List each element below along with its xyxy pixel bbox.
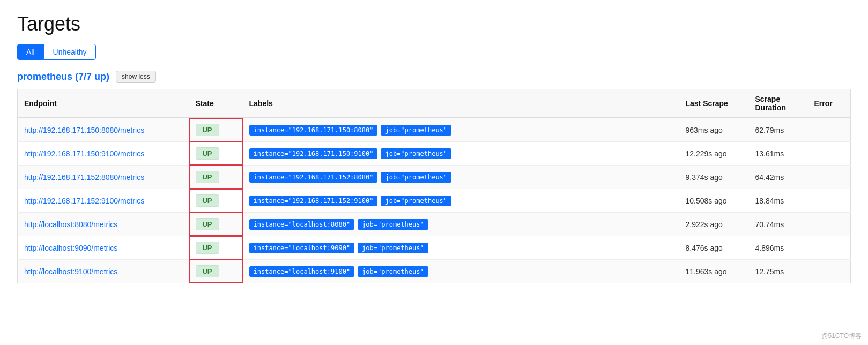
table-row: http://192.168.171.152:9100/metricsUPins…: [18, 189, 851, 213]
cell-state: UP: [189, 213, 243, 236]
endpoint-link[interactable]: http://192.168.171.152:9100/metrics: [24, 197, 144, 205]
show-less-button[interactable]: show less: [116, 71, 156, 82]
label-badge: job="prometheus": [381, 125, 451, 136]
endpoint-link[interactable]: http://localhost:8080/metrics: [24, 220, 117, 229]
state-badge: UP: [196, 147, 219, 160]
state-badge: UP: [196, 194, 219, 207]
cell-scrape-duration: 62.79ms: [749, 118, 808, 142]
state-badge: UP: [196, 265, 219, 278]
cell-last-scrape: 9.374s ago: [679, 166, 749, 189]
label-badge: job="prometheus": [358, 219, 428, 230]
cell-error: [808, 118, 851, 142]
endpoint-link[interactable]: http://192.168.171.150:9100/metrics: [24, 149, 144, 158]
label-badge: instance="192.168.171.152:8080": [249, 172, 378, 183]
label-badge: instance="localhost:9100": [249, 266, 355, 277]
label-badge: instance="192.168.171.150:8080": [249, 125, 378, 136]
table-row: http://192.168.171.150:9100/metricsUPins…: [18, 142, 851, 166]
col-header-labels: Labels: [243, 89, 679, 118]
targets-table: Endpoint State Labels Last Scrape Scrape…: [17, 89, 851, 283]
cell-error: [808, 236, 851, 260]
tab-all[interactable]: All: [17, 44, 44, 60]
cell-last-scrape: 2.922s ago: [679, 213, 749, 236]
cell-error: [808, 260, 851, 283]
cell-last-scrape: 963ms ago: [679, 118, 749, 142]
page-title: Targets: [17, 13, 851, 35]
cell-last-scrape: 8.476s ago: [679, 236, 749, 260]
cell-scrape-duration: 13.61ms: [749, 142, 808, 166]
cell-state: UP: [189, 142, 243, 166]
cell-error: [808, 189, 851, 213]
cell-state: UP: [189, 189, 243, 213]
label-badge: instance="192.168.171.152:9100": [249, 196, 378, 206]
endpoint-link[interactable]: http://localhost:9100/metrics: [24, 267, 117, 276]
table-row: http://192.168.171.152:8080/metricsUPins…: [18, 166, 851, 189]
label-badge: job="prometheus": [381, 148, 451, 159]
table-row: http://localhost:8080/metricsUPinstance=…: [18, 213, 851, 236]
cell-endpoint: http://192.168.171.150:8080/metrics: [18, 118, 189, 142]
cell-labels: instance="192.168.171.150:9100"job="prom…: [243, 142, 679, 166]
table-row: http://localhost:9090/metricsUPinstance=…: [18, 236, 851, 260]
col-header-scrape-duration: Scrape Duration: [749, 89, 808, 118]
cell-error: [808, 213, 851, 236]
cell-last-scrape: 10.508s ago: [679, 189, 749, 213]
cell-endpoint: http://localhost:9100/metrics: [18, 260, 189, 283]
state-badge: UP: [196, 218, 219, 230]
cell-scrape-duration: 4.896ms: [749, 236, 808, 260]
cell-endpoint: http://localhost:8080/metrics: [18, 213, 189, 236]
cell-state: UP: [189, 236, 243, 260]
cell-error: [808, 166, 851, 189]
endpoint-link[interactable]: http://localhost:9090/metrics: [24, 244, 117, 252]
label-badge: instance="192.168.171.150:9100": [249, 148, 378, 159]
cell-state: UP: [189, 166, 243, 189]
label-badge: job="prometheus": [381, 196, 451, 206]
col-header-error: Error: [808, 89, 851, 118]
section-title: prometheus (7/7 up): [17, 71, 109, 82]
table-row: http://192.168.171.150:8080/metricsUPins…: [18, 118, 851, 142]
cell-endpoint: http://192.168.171.152:9100/metrics: [18, 189, 189, 213]
state-badge: UP: [196, 124, 219, 136]
col-header-endpoint: Endpoint: [18, 89, 189, 118]
endpoint-link[interactable]: http://192.168.171.150:8080/metrics: [24, 126, 144, 134]
label-badge: instance="localhost:9090": [249, 243, 355, 253]
label-badge: job="prometheus": [381, 172, 451, 183]
cell-labels: instance="localhost:9100"job="prometheus…: [243, 260, 679, 283]
cell-labels: instance="192.168.171.152:9100"job="prom…: [243, 189, 679, 213]
cell-endpoint: http://192.168.171.152:8080/metrics: [18, 166, 189, 189]
endpoint-link[interactable]: http://192.168.171.152:8080/metrics: [24, 173, 144, 182]
cell-endpoint: http://localhost:9090/metrics: [18, 236, 189, 260]
cell-scrape-duration: 18.84ms: [749, 189, 808, 213]
label-badge: job="prometheus": [358, 243, 428, 253]
col-header-state: State: [189, 89, 243, 118]
cell-labels: instance="localhost:8080"job="prometheus…: [243, 213, 679, 236]
cell-last-scrape: 12.229s ago: [679, 142, 749, 166]
table-header-row: Endpoint State Labels Last Scrape Scrape…: [18, 89, 851, 118]
cell-last-scrape: 11.963s ago: [679, 260, 749, 283]
cell-state: UP: [189, 118, 243, 142]
cell-scrape-duration: 70.74ms: [749, 213, 808, 236]
label-badge: job="prometheus": [358, 266, 428, 277]
cell-labels: instance="localhost:9090"job="prometheus…: [243, 236, 679, 260]
col-header-last-scrape: Last Scrape: [679, 89, 749, 118]
tab-bar: All Unhealthy: [17, 44, 851, 60]
cell-endpoint: http://192.168.171.150:9100/metrics: [18, 142, 189, 166]
cell-scrape-duration: 64.42ms: [749, 166, 808, 189]
table-row: http://localhost:9100/metricsUPinstance=…: [18, 260, 851, 283]
cell-scrape-duration: 12.75ms: [749, 260, 808, 283]
section-header: prometheus (7/7 up) show less: [17, 71, 851, 82]
state-badge: UP: [196, 242, 219, 254]
state-badge: UP: [196, 171, 219, 183]
tab-unhealthy[interactable]: Unhealthy: [44, 44, 96, 60]
label-badge: instance="localhost:8080": [249, 219, 355, 230]
cell-labels: instance="192.168.171.152:8080"job="prom…: [243, 166, 679, 189]
cell-state: UP: [189, 260, 243, 283]
cell-labels: instance="192.168.171.150:8080"job="prom…: [243, 118, 679, 142]
cell-error: [808, 142, 851, 166]
